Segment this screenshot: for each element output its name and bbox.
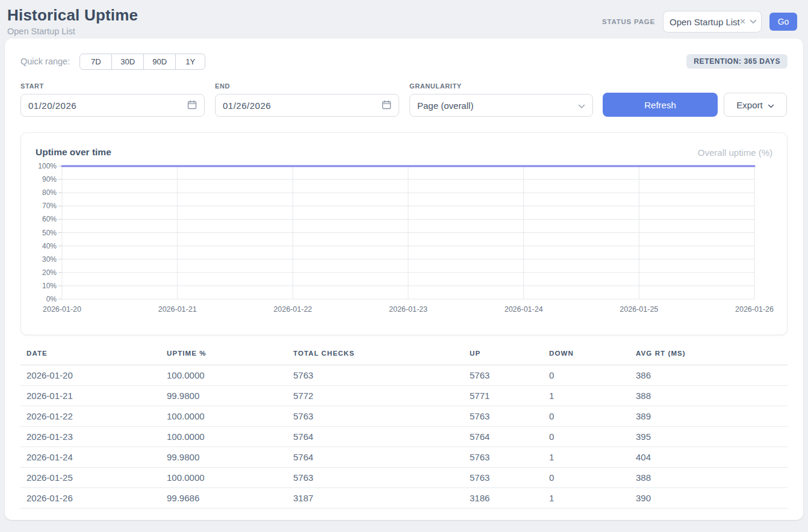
go-button[interactable]: Go [769,13,797,31]
retention-badge: RETENTION: 365 DAYS [686,54,788,69]
table-cell: 100.0000 [167,365,293,386]
svg-text:2026-01-20: 2026-01-20 [43,305,81,314]
quick-range-7d-button[interactable]: 7D [79,54,112,70]
col-down: DOWN [549,350,636,365]
table-cell: 2026-01-26 [20,488,167,509]
svg-text:2026-01-25: 2026-01-25 [620,305,658,314]
table-row: 2026-01-25100.0000576357630388 [20,468,788,488]
table-cell: 390 [636,488,788,509]
svg-text:2026-01-26: 2026-01-26 [735,305,774,314]
table-cell: 2026-01-21 [20,386,167,406]
start-date-input[interactable]: 01/20/2026 [20,94,205,117]
table-cell: 395 [636,427,788,447]
table-cell: 386 [636,365,788,386]
col-up: UP [470,350,549,365]
quick-range-group: 7D 30D 90D 1Y [79,54,205,70]
svg-text:70%: 70% [42,202,57,210]
svg-text:2026-01-22: 2026-01-22 [273,305,312,314]
table-row: 2026-01-23100.0000576457640395 [20,427,788,447]
table-cell: 388 [636,386,788,406]
col-date: DATE [20,350,167,365]
uptime-table-wrap: DATE UPTIME % TOTAL CHECKS UP DOWN AVG R… [20,350,788,509]
svg-text:50%: 50% [42,229,57,237]
svg-text:40%: 40% [42,242,57,250]
end-date-value: 01/26/2026 [223,101,271,111]
table-cell: 1 [549,386,636,406]
table-row: 2026-01-2499.9800576457631404 [20,447,788,468]
table-cell: 100.0000 [167,468,293,488]
chart-card: Uptime over time Overall uptime (%) 100%… [20,132,788,335]
col-avg-rt: AVG RT (MS) [636,350,788,365]
start-date-value: 01/20/2026 [28,101,76,111]
end-date-input[interactable]: 01/26/2026 [215,94,399,117]
col-total-checks: TOTAL CHECKS [293,350,470,365]
page-header: Historical Uptime Open Startup List STAT… [0,0,808,39]
table-row: 2026-01-2199.9800577257711388 [20,386,788,406]
quick-range-90d-button[interactable]: 90D [143,54,176,70]
main-card: Quick range: 7D 30D 90D 1Y RETENTION: 36… [5,39,803,520]
granularity-selected-value: Page (overall) [417,101,473,111]
table-cell: 0 [549,427,636,447]
chart-title: Uptime over time [36,147,111,158]
table-cell: 5763 [470,468,549,488]
page-title: Historical Uptime [7,6,138,25]
table-cell: 3186 [470,488,549,509]
table-cell: 100.0000 [167,427,293,447]
table-cell: 0 [549,365,636,386]
table-cell: 1 [549,488,636,509]
quick-range-30d-button[interactable]: 30D [111,54,144,70]
status-page-selected-value: Open Startup List [670,17,740,27]
calendar-icon[interactable] [187,100,197,111]
svg-text:90%: 90% [42,175,57,184]
table-cell: 389 [636,406,788,427]
clear-selection-icon[interactable]: × [740,17,745,26]
table-cell: 5763 [293,406,470,427]
quick-range-1y-button[interactable]: 1Y [175,54,205,70]
export-button[interactable]: Export [724,93,787,117]
table-cell: 5763 [470,406,549,427]
calendar-icon[interactable] [382,100,391,111]
granularity-select[interactable]: Page (overall) [409,94,593,117]
svg-text:20%: 20% [42,268,57,277]
table-cell: 99.9800 [167,386,293,406]
end-date-label: END [215,82,399,90]
table-cell: 388 [636,468,788,488]
table-cell: 3187 [293,488,470,509]
table-cell: 2026-01-20 [20,365,167,386]
quick-range-label: Quick range: [20,57,70,66]
chevron-down-icon [750,19,757,24]
page-subtitle: Open Startup List [7,26,138,36]
table-cell: 404 [636,447,788,468]
svg-text:30%: 30% [42,255,57,264]
table-cell: 2026-01-24 [20,447,167,468]
granularity-label: GRANULARITY [409,82,593,90]
svg-text:10%: 10% [42,282,57,290]
table-cell: 99.9800 [167,447,293,468]
svg-text:100%: 100% [38,162,57,170]
table-row: 2026-01-20100.0000576357630386 [20,365,788,386]
uptime-chart: 100%90%80%70%60%50%40%30%20%10%0%2026-01… [36,161,772,319]
table-cell: 5763 [293,365,470,386]
table-cell: 99.9686 [167,488,293,509]
table-cell: 5763 [470,365,549,386]
status-page-label: STATUS PAGE [602,18,655,25]
svg-text:80%: 80% [42,188,57,197]
table-cell: 1 [549,447,636,468]
table-cell: 5764 [293,447,470,468]
status-page-select[interactable]: Open Startup List × [663,11,762,32]
table-cell: 5763 [293,468,470,488]
table-cell: 5772 [293,386,470,406]
refresh-button[interactable]: Refresh [603,93,718,117]
table-cell: 5764 [470,427,549,447]
start-date-label: START [20,82,205,90]
svg-text:60%: 60% [42,215,57,223]
svg-text:2026-01-23: 2026-01-23 [389,305,427,314]
table-header-row: DATE UPTIME % TOTAL CHECKS UP DOWN AVG R… [20,350,788,365]
table-cell: 5771 [470,386,549,406]
table-cell: 2026-01-22 [20,406,167,427]
col-uptime: UPTIME % [167,350,293,365]
table-row: 2026-01-22100.0000576357630389 [20,406,788,427]
table-cell: 0 [549,468,636,488]
table-cell: 2026-01-25 [20,468,167,488]
title-block: Historical Uptime Open Startup List [7,6,138,36]
